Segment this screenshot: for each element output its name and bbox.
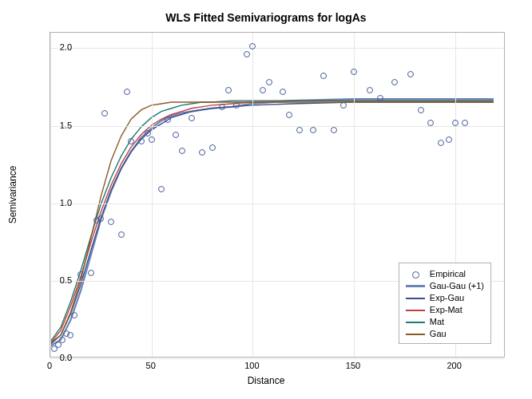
legend-entry-empirical: Empirical	[406, 268, 484, 280]
legend-entry: Exp-Gau	[406, 292, 484, 304]
empirical-point	[59, 337, 66, 343]
legend-line-icon	[406, 310, 425, 311]
gridline-v	[354, 33, 355, 357]
x-axis-label: Distance	[0, 375, 532, 386]
x-tick-label: 50	[135, 361, 167, 370]
legend-label: Exp-Mat	[430, 304, 463, 316]
y-tick-label: 0.5	[48, 275, 72, 285]
y-axis-label: Semivariance	[7, 166, 18, 224]
legend-line-icon	[406, 298, 425, 299]
x-tick-label: 200	[439, 361, 470, 370]
empirical-point	[377, 95, 383, 101]
gridline-h	[50, 48, 504, 49]
chart-title: WLS Fitted Semivariograms for logAs	[0, 11, 532, 24]
legend-label: Empirical	[430, 268, 466, 280]
legend-label: Mat	[430, 316, 444, 328]
gridline-v	[252, 33, 253, 357]
empirical-point	[244, 51, 250, 57]
empirical-point	[286, 112, 292, 118]
x-tick-label: 150	[337, 361, 369, 370]
legend-entry: Gau	[406, 328, 484, 340]
legend-marker-circle-icon	[406, 271, 425, 279]
legend-entry: Gau-Gau (+1)	[406, 280, 484, 292]
empirical-point	[199, 149, 205, 156]
legend-line-icon	[406, 285, 425, 287]
empirical-point	[88, 270, 94, 276]
legend: EmpiricalGau-Gau (+1)Exp-GauExp-MatMatGa…	[399, 263, 491, 344]
plot-area: EmpiricalGau-Gau (+1)Exp-GauExp-MatMatGa…	[50, 32, 505, 358]
gridline-v	[50, 33, 51, 357]
empirical-point	[452, 120, 459, 126]
legend-line-icon	[406, 334, 425, 335]
legend-label: Gau	[430, 328, 447, 340]
legend-entry: Exp-Mat	[406, 304, 484, 316]
x-tick-label: 0	[34, 361, 66, 370]
empirical-point	[225, 87, 232, 93]
y-tick-label: 1.5	[48, 120, 72, 130]
empirical-point	[351, 69, 357, 75]
empirical-point	[438, 140, 444, 146]
legend-entry: Mat	[406, 316, 484, 328]
empirical-point	[138, 138, 145, 144]
empirical-point	[427, 120, 434, 126]
empirical-point	[266, 79, 272, 85]
y-tick-label: 1.0	[48, 198, 72, 207]
empirical-point	[71, 312, 77, 318]
x-tick-label: 100	[236, 361, 268, 370]
legend-label: Exp-Gau	[430, 292, 464, 304]
empirical-point	[462, 120, 468, 126]
gridline-h	[50, 126, 504, 127]
empirical-point	[418, 107, 424, 113]
empirical-point	[165, 117, 171, 123]
empirical-point	[145, 130, 151, 136]
empirical-point	[108, 219, 114, 225]
empirical-point	[391, 79, 398, 85]
legend-line-icon	[406, 322, 425, 323]
empirical-point	[296, 127, 303, 133]
empirical-point	[118, 231, 125, 238]
gridline-h	[50, 358, 504, 359]
empirical-point	[209, 144, 216, 151]
gridline-h	[50, 203, 504, 204]
chart: WLS Fitted Semivariograms for logAs Empi…	[0, 0, 532, 399]
empirical-point	[149, 136, 155, 143]
gridline-v	[152, 33, 153, 357]
legend-label: Gau-Gau (+1)	[430, 280, 484, 292]
y-tick-label: 2.0	[48, 42, 72, 52]
empirical-point	[179, 148, 185, 154]
empirical-point	[260, 87, 266, 93]
